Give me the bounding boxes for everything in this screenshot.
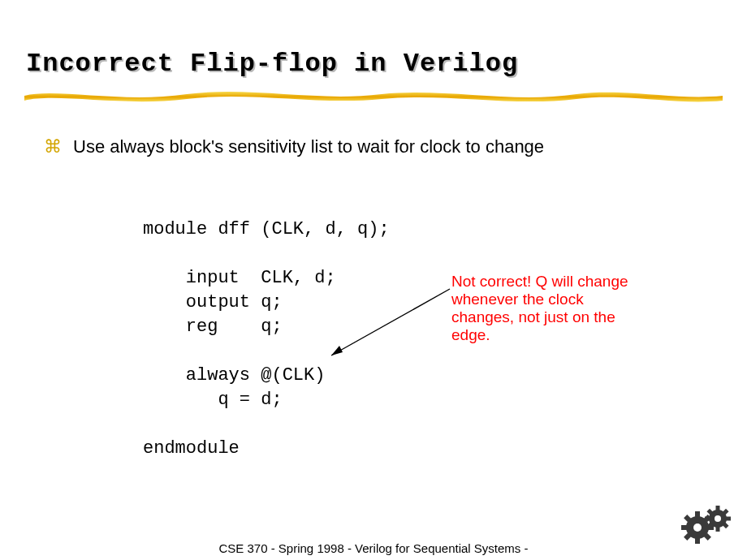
slide: Incorrect Flip-flop in Verilog ⌘ Use alw…: [0, 0, 747, 560]
svg-rect-13: [716, 506, 720, 511]
svg-rect-4: [695, 537, 700, 544]
svg-rect-3: [695, 511, 700, 518]
svg-rect-14: [716, 526, 720, 532]
svg-point-21: [715, 515, 721, 522]
bullet-row: ⌘ Use always block's sensitivity list to…: [44, 136, 544, 157]
title-underline: [24, 84, 723, 107]
svg-rect-15: [705, 517, 710, 521]
svg-rect-5: [681, 525, 688, 530]
gears-icon: [680, 505, 732, 545]
svg-point-11: [693, 523, 702, 532]
bullet-text: Use always block's sensitivity list to w…: [73, 136, 544, 157]
slide-title: Incorrect Flip-flop in Verilog: [26, 49, 518, 79]
bullet-icon: ⌘: [44, 136, 62, 157]
svg-rect-16: [725, 517, 731, 521]
slide-footer: CSE 370 - Spring 1998 - Verilog for Sequ…: [0, 541, 747, 555]
annotation-text: Not correct! Q will change whenever the …: [451, 273, 638, 344]
code-block: module dff (CLK, d, q); input CLK, d; ou…: [143, 218, 390, 461]
